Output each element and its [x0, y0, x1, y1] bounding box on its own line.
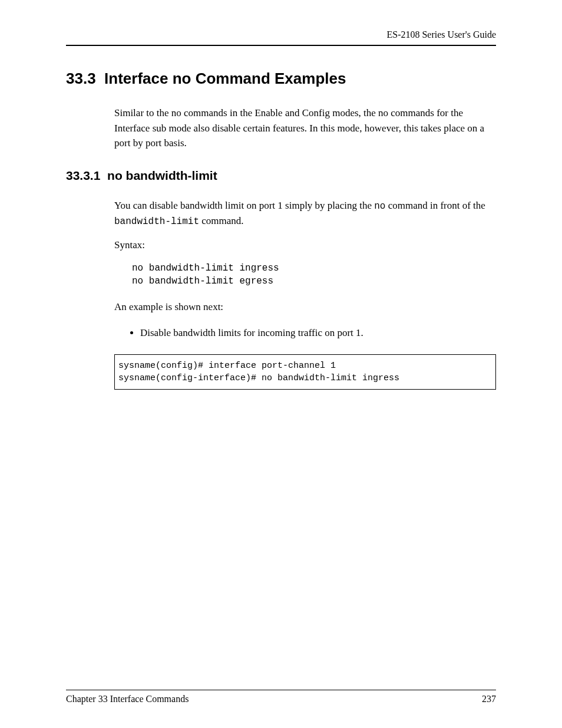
section-intro: Similar to the no commands in the Enable… [114, 106, 496, 151]
intro-suffix: command. [199, 215, 244, 226]
section-title: Interface no Command Examples [104, 70, 346, 87]
intro-prefix: You can disable bandwidth limit on port … [114, 200, 374, 211]
syntax-code: no bandwidth-limit ingress no bandwidth-… [132, 262, 496, 288]
example-code-box: sysname(config)# interface port-channel … [114, 354, 496, 390]
footer-page-number: 237 [482, 694, 496, 704]
subsection-number: 33.3.1 [66, 169, 100, 182]
header-divider [66, 45, 496, 46]
page-footer: Chapter 33 Interface Commands 237 [66, 690, 496, 704]
subsection-heading: 33.3.1 no bandwidth-limit [66, 169, 496, 183]
footer-divider [66, 690, 496, 690]
section-number: 33.3 [66, 70, 96, 87]
example-intro: An example is shown next: [114, 299, 496, 315]
example-bullets: Disable bandwidth limits for incoming tr… [130, 325, 496, 341]
subsection-title: no bandwidth-limit [107, 169, 217, 182]
bullet-item: Disable bandwidth limits for incoming tr… [140, 325, 496, 341]
intro-mono-no: no [374, 201, 385, 212]
section-heading: 33.3 Interface no Command Examples [66, 70, 496, 88]
syntax-label: Syntax: [114, 239, 496, 251]
subsection-intro: You can disable bandwidth limit on port … [114, 198, 496, 229]
footer-chapter: Chapter 33 Interface Commands [66, 694, 189, 704]
intro-mono-bandwidth: bandwidth-limit [114, 216, 199, 227]
intro-mid: command in front of the [385, 200, 485, 211]
header-guide-title: ES-2108 Series User's Guide [66, 29, 496, 40]
